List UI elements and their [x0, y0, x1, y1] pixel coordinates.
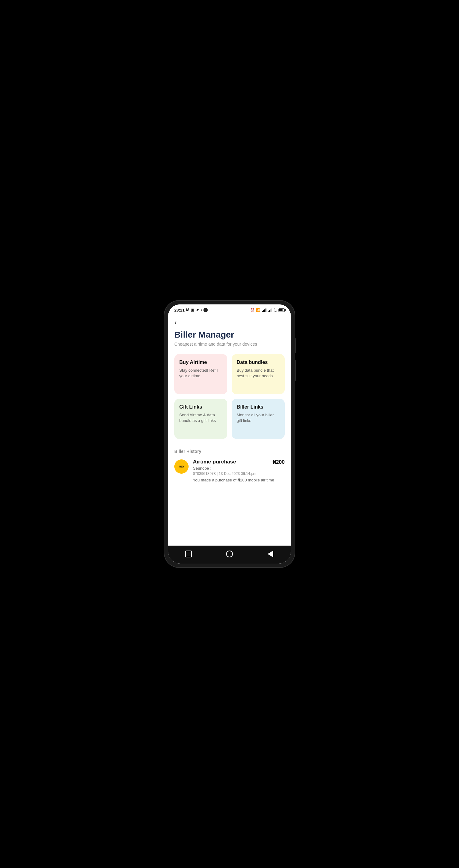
time-display: 23:21 — [174, 308, 185, 312]
mtn-logo: MTN — [174, 459, 189, 474]
buy-airtime-desc: Stay connected! Refill your airtime — [179, 368, 222, 379]
camera-icon — [204, 308, 208, 312]
phone-frame: 23:21 M ▣ ☞ • ⏰ 📶 — [164, 301, 295, 567]
biller-links-desc: Monitor all your biller gift links — [237, 412, 280, 424]
nav-bar — [168, 546, 291, 564]
data-bundles-card[interactable]: Data bundles Buy data bundle that best s… — [232, 354, 285, 394]
biller-history-section: Biller History MTN Airtime purchase ₦200… — [174, 449, 285, 483]
dot-separator: • — [201, 308, 202, 312]
gift-links-desc: Send Airtime & data bundle as a gift lin… — [179, 412, 222, 424]
history-item[interactable]: MTN Airtime purchase ₦200 Seunope : | 07… — [174, 459, 285, 483]
phone-screen: 23:21 M ▣ ☞ • ⏰ 📶 — [168, 304, 291, 564]
gesture-icon: ☞ — [196, 308, 199, 312]
data-bundles-title: Data bundles — [237, 360, 280, 365]
data-bundles-desc: Buy data bundle that best suit your need… — [237, 368, 280, 379]
status-left: 23:21 M ▣ ☞ • — [174, 308, 208, 312]
cards-grid: Buy Airtime Stay connected! Refill your … — [174, 354, 285, 439]
page-subtitle: Cheapest airtime and data for your devic… — [174, 342, 285, 347]
history-details: Airtime purchase ₦200 Seunope : | 070396… — [193, 459, 285, 483]
history-date: 07039618078 | 13 Dec 2023 06:14:pm — [193, 471, 285, 476]
biller-links-card[interactable]: Biller Links Monitor all your biller gif… — [232, 399, 285, 439]
circle-icon — [226, 551, 233, 557]
gmail-icon: M — [186, 308, 189, 312]
tablet-icon: ▣ — [191, 308, 194, 312]
wifi-icon: 📶 — [256, 308, 261, 312]
battery-icon — [278, 308, 285, 312]
page-title: Biller Manager — [174, 330, 285, 340]
history-description: You made a purchase of ₦200 mobile air t… — [193, 477, 285, 483]
signal2-icon — [268, 308, 272, 312]
nav-square-button[interactable] — [185, 550, 192, 558]
alarm-icon: ⏰ — [250, 308, 255, 312]
nav-home-button[interactable] — [225, 550, 234, 558]
buy-airtime-title: Buy Airtime — [179, 360, 222, 365]
status-right: ⏰ 📶 1K/s — [250, 308, 285, 312]
square-icon — [185, 551, 192, 557]
history-name: Airtime purchase — [193, 459, 236, 465]
main-content: ‹ Biller Manager Cheapest airtime and da… — [168, 314, 291, 546]
history-amount: ₦200 — [273, 459, 285, 465]
status-bar: 23:21 M ▣ ☞ • ⏰ 📶 — [168, 304, 291, 314]
back-triangle-icon — [268, 551, 273, 557]
biller-history-title: Biller History — [174, 449, 285, 454]
gift-links-card[interactable]: Gift Links Send Airtime & data bundle as… — [174, 399, 227, 439]
gift-links-title: Gift Links — [179, 404, 222, 410]
biller-links-title: Biller Links — [237, 404, 280, 410]
buy-airtime-card[interactable]: Buy Airtime Stay connected! Refill your … — [174, 354, 227, 394]
history-header: Airtime purchase ₦200 — [193, 459, 285, 465]
back-button[interactable]: ‹ — [174, 319, 177, 326]
signal1-icon — [262, 308, 267, 312]
mtn-label: MTN — [179, 465, 184, 468]
history-sub: Seunope : | — [193, 466, 285, 471]
nav-back-button[interactable] — [267, 550, 274, 558]
speed-icon: 1K/s — [274, 308, 277, 312]
